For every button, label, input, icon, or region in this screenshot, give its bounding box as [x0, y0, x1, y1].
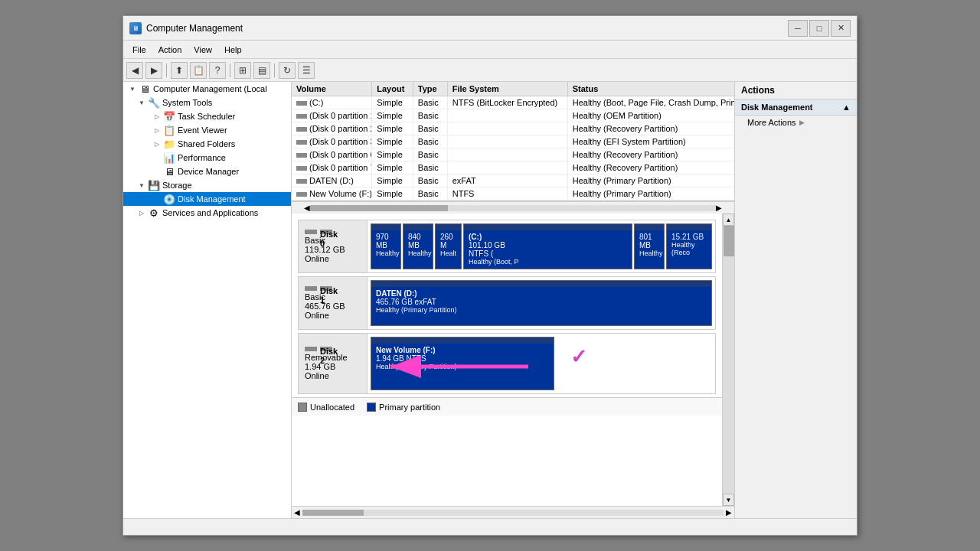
bottom-scroll-right[interactable]: ▶: [724, 508, 734, 517]
scrollbar-track[interactable]: [310, 205, 716, 211]
scroll-thumb[interactable]: [724, 226, 734, 256]
col-filesystem: File System: [448, 82, 568, 96]
shared-folders-expand: ▷: [151, 141, 163, 148]
part-size: 840 MB: [408, 233, 428, 249]
maximize-button[interactable]: □: [809, 20, 829, 37]
vertical-scrollbar[interactable]: ▲ ▼: [722, 214, 734, 506]
refresh-button[interactable]: ↻: [279, 62, 296, 79]
table-row[interactable]: (Disk 0 partition 7) Simple Basic Health…: [292, 161, 734, 174]
separator-2: [230, 64, 230, 77]
table-row[interactable]: (Disk 0 partition 6) Simple Basic Health…: [292, 148, 734, 161]
actions-more-actions[interactable]: More Actions ▶: [735, 116, 857, 129]
cell-status-7: Healthy (Primary Partition): [568, 187, 734, 200]
table-header: Volume Layout Type File System Status: [292, 82, 734, 96]
part-name: (C:): [469, 233, 627, 241]
table-row[interactable]: (Disk 0 partition 1) Simple Basic Health…: [292, 109, 734, 122]
sidebar-item-storage[interactable]: ▼ 💾 Storage: [123, 178, 291, 192]
disk-2-icon: Disk 2: [305, 347, 361, 351]
cell-type-0: Basic: [413, 96, 448, 109]
view-button[interactable]: ☰: [298, 62, 315, 79]
scrollbar-thumb[interactable]: [310, 205, 448, 211]
col-layout: Layout: [372, 82, 413, 96]
sidebar: ▼ 🖥 Computer Management (Local ▼ 🔧 Syste…: [123, 82, 292, 518]
services-expand: ▷: [136, 210, 148, 217]
bottom-scroll-thumb[interactable]: [302, 510, 364, 516]
sidebar-root-label: Computer Management (Local: [153, 84, 267, 93]
title-bar: 🖥 Computer Management ─ □ ✕: [123, 16, 857, 41]
cell-fs-0: NTFS (BitLocker Encrypted): [448, 96, 568, 109]
part-size: 801 MB: [639, 233, 659, 249]
part-header: [371, 337, 554, 344]
disk-0-part-1[interactable]: 840 MB Healthy: [403, 223, 433, 269]
table-scrollbar-h[interactable]: ◀ ▶: [292, 201, 734, 214]
actions-disk-management-section[interactable]: Disk Management ▲: [735, 99, 857, 116]
scroll-track[interactable]: [723, 226, 734, 494]
disk-0-part-5[interactable]: 15.21 GB Healthy (Reco: [666, 223, 712, 269]
disk-0-part-2[interactable]: 260 M Healt: [435, 223, 462, 269]
export-button[interactable]: ▤: [253, 62, 270, 79]
scroll-left-btn[interactable]: ◀: [304, 204, 310, 212]
sidebar-item-services[interactable]: ▷ ⚙ Services and Applications: [123, 206, 291, 220]
help-button[interactable]: ?: [209, 62, 226, 79]
cell-type-7: Basic: [413, 187, 448, 200]
sidebar-root[interactable]: ▼ 🖥 Computer Management (Local: [123, 82, 291, 96]
part-header: [635, 224, 664, 230]
table-row[interactable]: (C:) Simple Basic NTFS (BitLocker Encryp…: [292, 96, 734, 109]
bottom-scroll-track[interactable]: [302, 510, 724, 516]
disk-1-partitions: DATEN (D:) 465.76 GB exFAT Healthy (Prim…: [368, 277, 715, 329]
disk-0-label: Disk 0 Basic 119.12 GB Online: [299, 220, 368, 272]
services-label: Services and Applications: [162, 208, 258, 217]
menu-action[interactable]: Action: [152, 44, 188, 56]
up-button[interactable]: ⬆: [171, 62, 188, 79]
scroll-right-btn[interactable]: ▶: [716, 204, 722, 212]
part-name: DATEN (D:): [376, 289, 707, 298]
toolbar: ◀ ▶ ⬆ 📋 ? ⊞ ▤ ↻ ☰: [123, 59, 857, 82]
forward-button[interactable]: ▶: [145, 62, 162, 79]
part-size: 260 M: [440, 233, 456, 249]
sidebar-item-disk-management[interactable]: 💿 Disk Management: [123, 192, 291, 206]
disk-0-part-3[interactable]: (C:) 101.10 GB NTFS ( Healthy (Boot, P: [463, 223, 632, 269]
sidebar-item-event-viewer[interactable]: ▷ 📋 Event Viewer: [123, 123, 291, 137]
sidebar-item-shared-folders[interactable]: ▷ 📁 Shared Folders: [123, 137, 291, 151]
sidebar-item-performance[interactable]: 📊 Performance: [123, 151, 291, 165]
close-button[interactable]: ✕: [831, 20, 851, 37]
event-viewer-icon: 📋: [163, 124, 175, 136]
minimize-button[interactable]: ─: [788, 20, 808, 37]
table-row[interactable]: New Volume (F:) Simple Basic NTFS Health…: [292, 187, 734, 201]
scroll-up-btn[interactable]: ▲: [723, 214, 734, 226]
menu-help[interactable]: Help: [218, 44, 248, 56]
actions-panel: Actions Disk Management ▲ More Actions ▶: [734, 82, 857, 518]
device-manager-label: Device Manager: [178, 167, 239, 176]
menu-view[interactable]: View: [188, 44, 218, 56]
part-status: Healthy (Boot, P: [469, 258, 627, 266]
cell-status-6: Healthy (Primary Partition): [568, 174, 734, 187]
sidebar-item-device-manager[interactable]: 🖥 Device Manager: [123, 165, 291, 178]
disk-1-part-0[interactable]: DATEN (D:) 465.76 GB exFAT Healthy (Prim…: [371, 280, 712, 326]
system-tools-label: System Tools: [162, 98, 212, 107]
col-status: Status: [568, 82, 734, 96]
table-row[interactable]: DATEN (D:) Simple Basic exFAT Healthy (P…: [292, 174, 734, 187]
disk-0-part-4[interactable]: 801 MB Healthy: [634, 223, 665, 269]
disk-management-icon: 💿: [163, 193, 175, 205]
more-actions-label: More Actions: [747, 118, 796, 127]
root-expand-icon: ▼: [126, 86, 139, 93]
sidebar-item-task-scheduler[interactable]: ▷ 📅 Task Scheduler: [123, 109, 291, 123]
disk-0-part-0[interactable]: 970 MB Healthy: [371, 223, 401, 269]
table-row[interactable]: (Disk 0 partition 3) Simple Basic Health…: [292, 135, 734, 148]
performance-icon: 📊: [163, 152, 175, 164]
device-manager-icon: 🖥: [163, 165, 175, 178]
back-button[interactable]: ◀: [126, 62, 143, 79]
right-panel: Volume Layout Type File System Status (C…: [292, 82, 734, 518]
sidebar-item-system-tools[interactable]: ▼ 🔧 System Tools: [123, 96, 291, 109]
show-hide-button[interactable]: 📋: [190, 62, 207, 79]
menu-file[interactable]: File: [126, 44, 152, 56]
bottom-scrollbar[interactable]: ◀ ▶: [292, 506, 734, 518]
legend-unallocated-box: [298, 403, 307, 412]
bottom-scroll-left[interactable]: ◀: [292, 508, 302, 517]
table-row[interactable]: (Disk 0 partition 2) Simple Basic Health…: [292, 122, 734, 135]
part-header: [464, 224, 632, 230]
pink-arrow-annotation: [383, 355, 536, 378]
event-viewer-label: Event Viewer: [178, 126, 227, 135]
properties-button[interactable]: ⊞: [234, 62, 251, 79]
scroll-down-btn[interactable]: ▼: [723, 494, 734, 506]
